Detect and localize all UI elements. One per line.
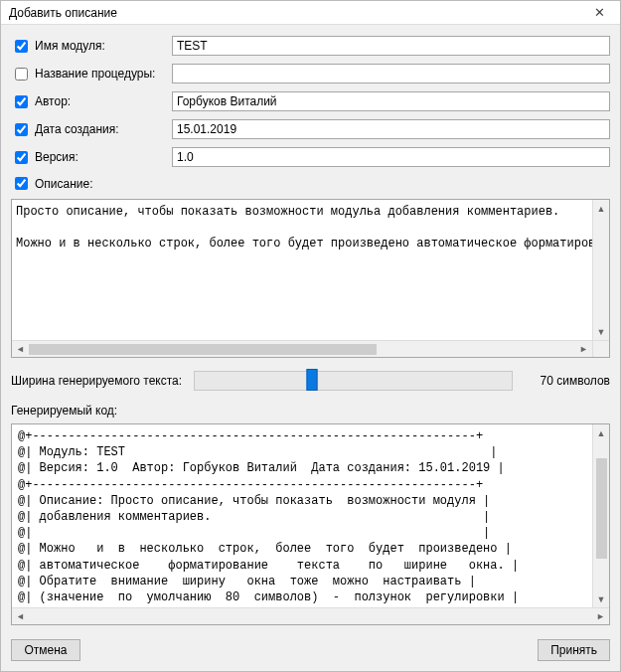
width-slider-row: Ширина генерируемого текста: 70 символов [11, 368, 610, 394]
width-slider-thumb[interactable] [307, 369, 318, 391]
date-label: Дата создания: [35, 122, 119, 136]
description-checkbox[interactable] [15, 177, 28, 190]
width-slider[interactable] [194, 371, 513, 391]
close-icon[interactable]: ✕ [584, 3, 614, 23]
module-label: Имя модуля: [35, 39, 105, 53]
code-scroll-down-icon[interactable]: ▼ [594, 590, 609, 607]
scroll-right-icon[interactable]: ► [575, 342, 592, 357]
version-input[interactable] [172, 147, 610, 167]
description-vertical-scrollbar[interactable]: ▲ ▼ [592, 200, 609, 340]
scroll-left-icon[interactable]: ◄ [12, 342, 29, 357]
description-label-cell: Описание: [11, 174, 166, 193]
generated-code-text: @+--------------------------------------… [12, 424, 609, 607]
date-input[interactable] [172, 119, 610, 139]
module-checkbox[interactable] [15, 40, 28, 53]
row-description-label: Описание: [11, 174, 610, 193]
author-input[interactable] [172, 91, 610, 111]
code-scroll-left-icon[interactable]: ◄ [12, 609, 29, 624]
description-textarea[interactable]: Просто описание, чтобы показать возможно… [11, 199, 610, 358]
scroll-down-icon[interactable]: ▼ [594, 323, 609, 340]
description-horizontal-scrollbar[interactable]: ◄ ► [12, 340, 592, 357]
module-label-cell: Имя модуля: [11, 37, 166, 56]
row-module: Имя модуля: [11, 35, 610, 57]
width-slider-value: 70 символов [525, 374, 610, 388]
generated-code-area: @+--------------------------------------… [11, 423, 610, 625]
row-date: Дата создания: [11, 118, 610, 140]
row-author: Автор: [11, 90, 610, 112]
date-label-cell: Дата создания: [11, 120, 166, 139]
dialog-window: Добавить описание ✕ Имя модуля: Название… [0, 0, 621, 672]
code-vscroll-thumb[interactable] [596, 458, 607, 559]
version-label-cell: Версия: [11, 148, 166, 167]
description-label: Описание: [35, 177, 93, 191]
code-scroll-right-icon[interactable]: ► [592, 609, 609, 624]
module-input[interactable] [172, 36, 610, 56]
procedure-label: Название процедуры: [35, 67, 155, 81]
cancel-button[interactable]: Отмена [11, 639, 80, 661]
code-horizontal-scrollbar[interactable]: ◄ ► [12, 607, 609, 624]
row-version: Версия: [11, 146, 610, 168]
dialog-footer: Отмена Принять [1, 631, 620, 671]
dialog-content: Имя модуля: Название процедуры: Автор: Д… [1, 25, 620, 631]
procedure-input[interactable] [172, 64, 610, 84]
author-label-cell: Автор: [11, 92, 166, 111]
row-procedure: Название процедуры: [11, 63, 610, 84]
procedure-label-cell: Название процедуры: [11, 65, 166, 84]
scroll-up-icon[interactable]: ▲ [594, 200, 609, 217]
description-text-content: Просто описание, чтобы показать возможно… [12, 200, 609, 357]
generated-code-label: Генерируемый код: [11, 404, 610, 418]
hscroll-thumb[interactable] [29, 344, 377, 355]
accept-button[interactable]: Принять [538, 639, 610, 661]
version-checkbox[interactable] [15, 151, 28, 164]
width-slider-label: Ширина генерируемого текста: [11, 374, 182, 388]
code-scroll-up-icon[interactable]: ▲ [594, 424, 609, 441]
scroll-corner [592, 340, 609, 357]
code-vertical-scrollbar[interactable]: ▲ ▼ [592, 424, 609, 607]
procedure-checkbox[interactable] [15, 68, 28, 81]
date-checkbox[interactable] [15, 123, 28, 136]
version-label: Версия: [35, 150, 78, 164]
author-checkbox[interactable] [15, 95, 28, 108]
window-title: Добавить описание [9, 6, 117, 20]
author-label: Автор: [35, 94, 71, 108]
titlebar: Добавить описание ✕ [1, 1, 620, 25]
